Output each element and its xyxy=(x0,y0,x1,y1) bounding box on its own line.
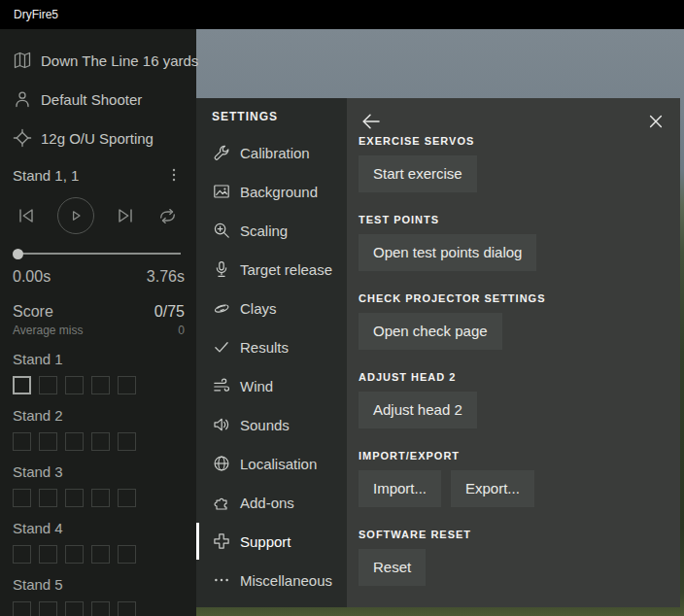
average-miss-row: Average miss 0 xyxy=(13,324,185,337)
settings-item-label: Add-ons xyxy=(240,495,294,511)
average-miss-label: Average miss xyxy=(13,324,83,337)
reset-button[interactable]: Reset xyxy=(359,549,426,586)
checkmark-icon xyxy=(212,337,231,357)
current-stand-header: Stand 1, 1 xyxy=(13,161,185,188)
stand-label: Stand 4 xyxy=(13,520,185,536)
timeline-slider[interactable] xyxy=(13,245,185,262)
stand-slot-checkbox[interactable] xyxy=(39,489,57,507)
stand-block-3: Stand 3 xyxy=(13,463,185,507)
speaker-icon xyxy=(212,415,231,434)
microphone-icon xyxy=(212,259,231,279)
section-import-export: IMPORT/EXPORT Import... Export... xyxy=(359,450,667,507)
close-button[interactable] xyxy=(645,111,667,132)
repeat-button[interactable] xyxy=(156,205,179,227)
puzzle-icon xyxy=(212,493,231,512)
stand-slot-checkbox[interactable] xyxy=(118,432,136,451)
stand-slot-checkbox[interactable] xyxy=(65,601,84,616)
export-button[interactable]: Export... xyxy=(451,470,534,507)
import-button[interactable]: Import... xyxy=(359,470,441,507)
close-icon xyxy=(646,112,666,131)
window-title: DryFire5 xyxy=(14,8,58,21)
stand-label: Stand 3 xyxy=(13,463,185,480)
stand-slot-checkbox[interactable] xyxy=(65,376,84,394)
stand-slot-checkbox[interactable] xyxy=(39,376,57,394)
settings-item-label: Background xyxy=(240,184,318,200)
selection-indicator xyxy=(196,523,199,560)
section-adjust-head-2: ADJUST HEAD 2 Adjust head 2 xyxy=(359,371,667,428)
stand-slot-checkbox[interactable] xyxy=(118,545,136,564)
settings-item-label: Sounds xyxy=(240,417,290,433)
stand-slot-checkbox[interactable] xyxy=(118,376,136,394)
stand-slot-checkbox[interactable] xyxy=(13,489,31,507)
settings-item-label: Clays xyxy=(240,300,277,317)
wrench-icon xyxy=(212,143,231,162)
stand-slot-checkbox[interactable] xyxy=(13,601,31,616)
support-detail-panel: EXERCISE SERVOS Start exercise TEST POIN… xyxy=(347,98,680,607)
settings-item-label: Miscellaneous xyxy=(240,572,332,589)
skip-next-button[interactable] xyxy=(114,204,137,227)
open-check-page-button[interactable]: Open check page xyxy=(359,313,502,350)
gun-name: 12g O/U Sporting xyxy=(41,130,154,147)
stand-slot-checkbox[interactable] xyxy=(65,432,84,451)
settings-item-sounds[interactable]: Sounds xyxy=(196,405,347,444)
settings-item-label: Support xyxy=(240,533,291,550)
stand-slot-checkbox[interactable] xyxy=(118,601,136,616)
wind-icon xyxy=(212,376,231,395)
back-button[interactable] xyxy=(359,109,384,134)
timeline-times: 0.00s 3.76s xyxy=(13,268,185,286)
stand-slot-checkbox[interactable] xyxy=(39,432,57,451)
sidebar-item-exercise[interactable]: Down The Line 16 yards xyxy=(13,41,185,80)
settings-item-wind[interactable]: Wind xyxy=(196,366,347,405)
sidebar-item-shooter[interactable]: Default Shooter xyxy=(13,80,185,119)
stands-list: Stand 1 Stand 2 Stand 3 Stand 4 xyxy=(13,351,185,616)
start-exercise-button[interactable]: Start exercise xyxy=(359,155,477,192)
current-stand-label: Stand 1, 1 xyxy=(13,167,79,184)
support-cross-icon xyxy=(212,531,231,551)
time-current: 0.00s xyxy=(13,268,51,286)
map-icon xyxy=(13,51,32,70)
kebab-menu-icon[interactable] xyxy=(163,164,185,186)
stand-slot-checkbox[interactable] xyxy=(91,432,110,451)
timeline-thumb[interactable] xyxy=(13,249,23,259)
stand-slot-checkbox[interactable] xyxy=(118,489,136,507)
stand-slot-checkbox[interactable] xyxy=(91,489,110,507)
zoom-in-icon xyxy=(212,221,231,240)
stand-slot-checkbox[interactable] xyxy=(91,376,110,394)
settings-item-miscellaneous[interactable]: Miscellaneous xyxy=(196,561,347,599)
back-arrow-icon xyxy=(359,110,383,133)
settings-item-label: Wind xyxy=(240,378,273,394)
settings-item-background[interactable]: Background xyxy=(196,172,347,211)
stand-slot-checkbox[interactable] xyxy=(39,545,57,564)
settings-item-support[interactable]: Support xyxy=(196,522,347,561)
skip-previous-button[interactable] xyxy=(15,204,38,227)
play-button[interactable] xyxy=(57,197,94,234)
settings-item-results[interactable]: Results xyxy=(196,327,347,366)
settings-item-scaling[interactable]: Scaling xyxy=(196,211,347,250)
stand-slot-checkbox[interactable] xyxy=(91,601,110,616)
settings-item-label: Target release xyxy=(240,261,332,278)
settings-item-calibration[interactable]: Calibration xyxy=(196,133,347,172)
stand-slot-checkbox[interactable] xyxy=(65,545,84,564)
stand-slot-checkbox[interactable] xyxy=(13,432,31,451)
stand-slot-checkbox[interactable] xyxy=(91,545,110,564)
open-test-points-dialog-button[interactable]: Open test points dialog xyxy=(359,234,536,271)
stand-slot-checkbox[interactable] xyxy=(13,545,31,564)
stand-slot-checkbox[interactable] xyxy=(13,376,31,394)
section-heading: IMPORT/EXPORT xyxy=(359,450,667,462)
settings-item-clays[interactable]: Clays xyxy=(196,289,347,327)
shooter-name: Default Shooter xyxy=(41,91,142,108)
window-titlebar: DryFire5 xyxy=(0,0,684,29)
stand-slots xyxy=(13,432,185,451)
settings-item-add-ons[interactable]: Add-ons xyxy=(196,483,347,522)
stand-block-2: Stand 2 xyxy=(13,407,185,451)
section-heading: EXERCISE SERVOS xyxy=(359,135,667,147)
score-value: 0/75 xyxy=(154,303,185,321)
stand-slot-checkbox[interactable] xyxy=(65,489,84,507)
adjust-head-2-button[interactable]: Adjust head 2 xyxy=(359,392,477,428)
stand-block-4: Stand 4 xyxy=(13,520,185,564)
stand-slot-checkbox[interactable] xyxy=(39,601,57,616)
sidebar-item-gun[interactable]: 12g O/U Sporting xyxy=(13,119,185,157)
stand-label: Stand 2 xyxy=(13,407,185,424)
settings-item-target-release[interactable]: Target release xyxy=(196,250,347,289)
settings-item-localisation[interactable]: Localisation xyxy=(196,444,347,483)
